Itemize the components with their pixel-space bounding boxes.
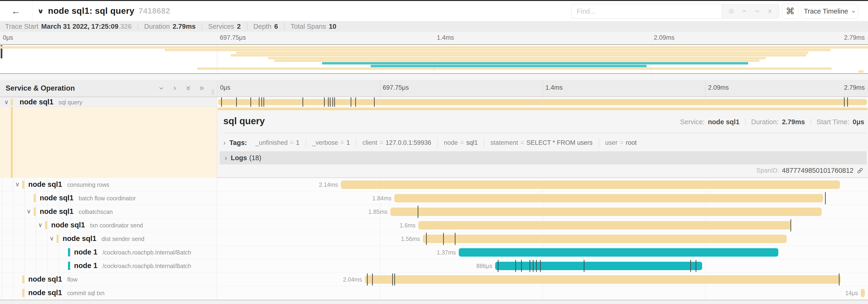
span-bar[interactable] bbox=[394, 194, 823, 202]
summary-item: Services2 bbox=[208, 23, 241, 30]
span-event-tick bbox=[521, 260, 522, 272]
tag-equals: = bbox=[377, 139, 386, 146]
tree-row[interactable]: ∨node sql1dist sender send bbox=[0, 232, 217, 246]
logs-row[interactable]: › Logs (18) bbox=[220, 151, 867, 164]
span-bar[interactable] bbox=[861, 289, 865, 297]
collapse-trace-chevron-icon[interactable]: ∨ bbox=[37, 7, 44, 15]
minimap-span bbox=[236, 52, 808, 54]
copy-link-icon[interactable] bbox=[856, 167, 864, 174]
next-result-icon[interactable] bbox=[754, 8, 761, 15]
trace-title-group: ∨ node sql1: sql query 7418682 bbox=[37, 1, 170, 21]
span-id-label: SpanID: bbox=[756, 167, 779, 174]
span-bar[interactable] bbox=[365, 275, 841, 284]
expand-chevron-icon[interactable]: ∨ bbox=[4, 99, 9, 106]
operation-name: /cockroach.roachpb.Internal/Batch bbox=[102, 249, 191, 256]
chevron-down-icon bbox=[851, 9, 856, 14]
span-bar[interactable] bbox=[423, 235, 786, 243]
tree-row[interactable]: ∨node sql1txn coordinator send bbox=[0, 218, 217, 232]
keyboard-shortcuts-button[interactable]: ⌘ bbox=[782, 4, 798, 19]
grid-column-line bbox=[380, 80, 380, 97]
span-event-tick bbox=[330, 97, 331, 107]
prev-result-icon[interactable] bbox=[741, 8, 748, 15]
grid-column-line bbox=[542, 97, 543, 107]
grid-column-line bbox=[542, 80, 543, 97]
page-title: node sql1: sql query bbox=[48, 6, 134, 16]
panel-resize-handle[interactable] bbox=[212, 89, 214, 95]
tree-row[interactable]: ∨node sql1colbatchscan bbox=[0, 205, 217, 218]
logs-expand-chevron-icon[interactable]: › bbox=[225, 154, 227, 162]
trace-id: 7418682 bbox=[138, 6, 170, 15]
operation-name: dist sender send bbox=[102, 236, 144, 242]
span-event-tick bbox=[303, 97, 303, 107]
bar-row-sql-query bbox=[217, 97, 868, 107]
operation-name: sql query bbox=[59, 99, 82, 105]
span-name: node sql1commit sql txn bbox=[28, 286, 104, 301]
minimap-span bbox=[322, 62, 748, 64]
span-detail-panel: sql query Service: node sql1 Duration: 2… bbox=[217, 107, 868, 178]
tree-row[interactable]: node 1/cockroach.roachpb.Internal/Batch bbox=[0, 246, 217, 259]
tree-row[interactable]: ∨node sql1consuming rows bbox=[0, 178, 217, 192]
detail-span-title: sql query bbox=[223, 116, 680, 126]
collapse-all-icon[interactable] bbox=[185, 85, 191, 92]
bar-row: 2.14ms bbox=[217, 178, 868, 192]
axis-tick-label: 2.79ms bbox=[844, 34, 868, 41]
axis-tick-label: 2.79ms bbox=[844, 84, 868, 91]
tags-expand-chevron-icon[interactable]: › bbox=[223, 139, 226, 147]
tree-row[interactable]: node sql1flow bbox=[0, 273, 217, 286]
axis-tick-label: 2.09ms bbox=[706, 84, 729, 91]
span-event-tick bbox=[584, 260, 584, 272]
span-bar[interactable] bbox=[418, 221, 791, 230]
tags-row[interactable]: › Tags: _unfinished=1_verbose=1client=12… bbox=[223, 137, 643, 148]
back-button[interactable]: ← bbox=[6, 4, 25, 18]
span-event-tick bbox=[324, 97, 325, 107]
operation-name: colbatchscan bbox=[79, 208, 113, 215]
tree-row-sql-query[interactable]: ∨node sql1sql query bbox=[0, 97, 217, 107]
expand-chevron-icon[interactable]: ∨ bbox=[38, 221, 42, 229]
span-accent bbox=[34, 194, 36, 202]
tree-row[interactable]: node sql1commit sql txn bbox=[0, 286, 217, 300]
find-input[interactable] bbox=[571, 4, 722, 18]
span-accent bbox=[34, 208, 36, 216]
tree-row[interactable]: node sql1batch flow coordinator bbox=[0, 192, 217, 205]
operation-name: consuming rows bbox=[67, 181, 110, 188]
detail-span-meta: Service: node sql1 Duration: 2.79ms Star… bbox=[680, 118, 864, 126]
span-duration-label: 1.6ms bbox=[400, 218, 415, 232]
collapse-one-icon[interactable] bbox=[158, 85, 164, 92]
service-name: node sql1 bbox=[51, 221, 85, 229]
axis-tick-label: 697.75μs bbox=[217, 34, 246, 41]
logs-count: (18) bbox=[249, 154, 261, 162]
tag-item: node=sql1 bbox=[437, 138, 484, 147]
span-bar[interactable] bbox=[459, 248, 778, 257]
tree-controls bbox=[158, 85, 205, 92]
span-name: node 1/cockroach.roachpb.Internal/Batch bbox=[74, 259, 191, 273]
tag-key: _verbose bbox=[312, 139, 338, 146]
expand-chevron-icon[interactable]: ∨ bbox=[50, 235, 54, 242]
column-divider[interactable] bbox=[217, 80, 217, 304]
minimap-scrubber[interactable] bbox=[0, 44, 868, 74]
span-bar[interactable] bbox=[341, 180, 840, 189]
expand-one-icon[interactable] bbox=[172, 85, 178, 92]
service-name: node sql1 bbox=[28, 275, 62, 283]
axis-tick-label: 1.4ms bbox=[542, 84, 563, 91]
expand-chevron-icon[interactable]: ∨ bbox=[15, 181, 20, 188]
tree-row[interactable]: node 1/cockroach.roachpb.Internal/Batch bbox=[0, 259, 217, 273]
service-operation-header: Service & Operation bbox=[0, 80, 217, 97]
span-bar[interactable] bbox=[495, 262, 702, 270]
span-bar[interactable] bbox=[390, 208, 822, 216]
expand-all-icon[interactable] bbox=[198, 85, 205, 92]
locate-icon[interactable] bbox=[728, 8, 735, 15]
trace-view-selector[interactable]: Trace Timeline bbox=[802, 4, 858, 19]
tag-value: root bbox=[626, 139, 637, 146]
tag-key: client bbox=[363, 139, 377, 146]
span-event-tick bbox=[847, 97, 848, 107]
bar-row: 1.37ms bbox=[217, 246, 868, 259]
expand-chevron-icon[interactable]: ∨ bbox=[27, 208, 31, 215]
span-event-tick bbox=[250, 97, 251, 107]
span-duration-label: 2.04ms bbox=[343, 273, 362, 286]
service-name: node sql1 bbox=[40, 207, 73, 215]
clear-search-icon[interactable] bbox=[767, 8, 773, 14]
span-event-tick bbox=[394, 273, 395, 285]
span-name: node sql1consuming rows bbox=[28, 178, 109, 192]
minimap-span bbox=[371, 65, 647, 67]
span-duration-label: 1.84ms bbox=[372, 192, 392, 205]
